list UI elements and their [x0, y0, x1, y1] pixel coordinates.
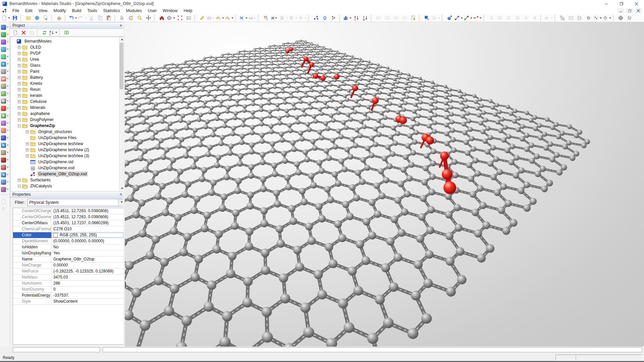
expander[interactable]: +: [18, 100, 21, 103]
fit-view-button[interactable]: [175, 14, 184, 22]
sketch-atom-button[interactable]: [198, 14, 206, 22]
menu-tools[interactable]: Tools: [84, 8, 100, 14]
chevron-down-icon[interactable]: [7, 130, 9, 131]
chevron-down-icon[interactable]: [7, 189, 9, 190]
open-button[interactable]: [24, 14, 33, 22]
tree-item[interactable]: +PVDF: [10, 50, 125, 56]
property-value[interactable]: (15.4511, 12.7263, 0.0390808): [51, 214, 124, 220]
tree-item[interactable]: −ZNCatalysts: [10, 183, 125, 189]
sort-ascending-button[interactable]: AZ: [352, 14, 361, 22]
property-value[interactable]: 0: [51, 287, 124, 292]
properties-sheet-button[interactable]: [409, 14, 418, 22]
chevron-down-icon[interactable]: [55, 32, 57, 33]
property-row[interactable]: CenterOfGeometr(15.4511, 12.7263, 0.0390…: [13, 214, 124, 220]
chevron-down-icon[interactable]: [470, 17, 472, 19]
tree-item[interactable]: +keratin: [10, 93, 125, 99]
property-row[interactable]: DipoleMoment(0.00000, 0.00000, 0.00000): [13, 238, 124, 244]
expander[interactable]: +: [26, 142, 29, 145]
molecule-canvas[interactable]: [125, 22, 644, 347]
tree-item[interactable]: +Glass: [10, 62, 125, 68]
module-05-button[interactable]: [0, 53, 10, 60]
chevron-down-icon[interactable]: [222, 17, 224, 19]
property-value[interactable]: 3475.03: [51, 275, 124, 280]
tree-item[interactable]: +DrugPolymer: [10, 117, 125, 123]
module-12-button[interactable]: [0, 105, 10, 112]
chevron-down-icon[interactable]: [254, 17, 256, 19]
scene-view-button[interactable]: [184, 14, 193, 22]
property-value[interactable]: (15.4501, 12.7237, 0.0660299): [51, 220, 124, 226]
chevron-down-icon[interactable]: [7, 115, 9, 116]
expander[interactable]: +: [18, 179, 21, 182]
expander[interactable]: +: [26, 130, 29, 133]
tree-item[interactable]: UnZipGraphene.xod: [10, 165, 125, 171]
reset-view-button[interactable]: [157, 14, 166, 22]
sketch-ring-button[interactable]: [215, 14, 224, 22]
chevron-down-icon[interactable]: [7, 144, 9, 145]
module-04-button[interactable]: [0, 46, 10, 53]
mdi-close-button[interactable]: [635, 8, 642, 13]
recenter-button[interactable]: [616, 14, 625, 22]
menu-build[interactable]: Build: [69, 8, 84, 14]
property-value[interactable]: 0.00000: [51, 262, 124, 268]
chevron-down-icon[interactable]: [275, 17, 277, 19]
property-row[interactable]: StyleShowContent: [13, 299, 124, 305]
chevron-down-icon[interactable]: [7, 122, 9, 123]
module-18-button[interactable]: [0, 149, 10, 156]
mdi-restore-button[interactable]: [626, 8, 633, 13]
zoom-mode-button[interactable]: [135, 14, 144, 22]
copy-button[interactable]: [96, 14, 104, 22]
property-row[interactable]: NetMass3475.03: [13, 275, 124, 281]
property-value[interactable]: (15.4511, 12.7263, 0.0390808): [51, 208, 124, 214]
new-document-button[interactable]: [11, 29, 19, 36]
chevron-down-icon[interactable]: [231, 17, 233, 19]
module-11-button[interactable]: G: [0, 97, 10, 105]
chevron-down-icon[interactable]: [609, 17, 611, 19]
module-08-button[interactable]: DF: [0, 75, 10, 82]
annotate-atoms-button[interactable]: [329, 14, 338, 22]
property-value[interactable]: C276 O10: [51, 226, 124, 232]
module-02-button[interactable]: [0, 31, 10, 38]
module-07-button[interactable]: [0, 68, 10, 75]
delete-item-button[interactable]: [19, 29, 28, 36]
chevron-down-icon[interactable]: [7, 100, 9, 101]
module-06-button[interactable]: C: [0, 60, 10, 68]
chevron-down-icon[interactable]: [7, 137, 9, 138]
chevron-down-icon[interactable]: [7, 63, 9, 64]
module-20-button[interactable]: [0, 164, 10, 171]
tree-item[interactable]: +Resin: [10, 86, 125, 93]
chevron-down-icon[interactable]: [350, 17, 352, 19]
chevron-down-icon[interactable]: [212, 17, 214, 19]
menu-file[interactable]: File: [9, 8, 22, 14]
property-row[interactable]: NetForce(-0.282225, -0.123325, 0.128069): [13, 268, 124, 275]
chevron-down-icon[interactable]: [246, 17, 248, 19]
chevron-down-icon[interactable]: [173, 17, 175, 19]
chevron-down-icon[interactable]: [85, 17, 87, 19]
module-23-button[interactable]: [0, 186, 10, 193]
chevron-down-icon[interactable]: [7, 152, 9, 153]
chevron-down-icon[interactable]: [8, 17, 10, 19]
expander[interactable]: +: [18, 58, 21, 61]
module-14-button[interactable]: [0, 119, 10, 127]
hydrogen-bond-button[interactable]: H: [473, 14, 482, 22]
expander[interactable]: +: [18, 64, 21, 67]
chevron-down-icon[interactable]: [7, 85, 9, 86]
tree-item[interactable]: +Battery: [10, 74, 125, 80]
filter-combobox[interactable]: Physical System: [28, 199, 124, 206]
tree-item[interactable]: +Minerals: [10, 105, 125, 111]
sort-descending-button[interactable]: ZA: [361, 14, 369, 22]
menu-edit[interactable]: Edit: [22, 8, 36, 14]
menu-modify[interactable]: Modify: [51, 8, 69, 14]
tree-item[interactable]: +UnZipGraphene testView (3): [10, 153, 125, 159]
hierarchy-view-button[interactable]: [558, 14, 567, 22]
volumetric-display-button[interactable]: [320, 14, 329, 22]
expander[interactable]: +: [26, 155, 29, 158]
module-21-button[interactable]: S: [0, 171, 10, 178]
module-09-button[interactable]: [0, 82, 10, 90]
chevron-down-icon[interactable]: [7, 159, 9, 160]
chevron-down-icon[interactable]: [7, 108, 9, 109]
chevron-down-icon[interactable]: [75, 17, 77, 19]
selection-mode-button[interactable]: [118, 14, 126, 22]
property-row[interactable]: IsHiddenNo: [13, 244, 124, 250]
chevron-down-icon[interactable]: [7, 49, 9, 50]
render-button[interactable]: [55, 14, 63, 22]
